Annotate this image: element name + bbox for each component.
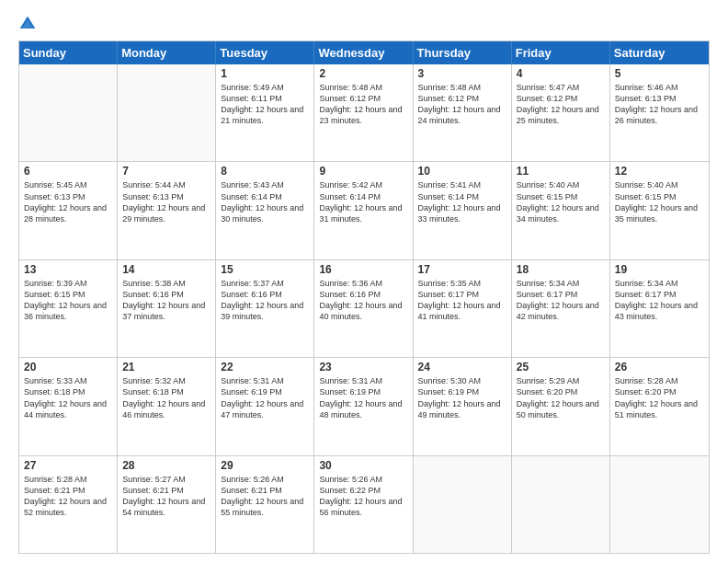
calendar-cell: 1Sunrise: 5:49 AM Sunset: 6:11 PM Daylig… (216, 64, 314, 161)
calendar-cell: 12Sunrise: 5:40 AM Sunset: 6:15 PM Dayli… (610, 162, 709, 259)
calendar-cell (512, 456, 610, 553)
cell-info: Sunrise: 5:40 AM Sunset: 6:15 PM Dayligh… (517, 179, 605, 224)
day-number: 21 (122, 361, 210, 373)
day-number: 29 (221, 459, 309, 472)
header-day-saturday: Saturday (610, 41, 709, 64)
cell-info: Sunrise: 5:49 AM Sunset: 6:11 PM Dayligh… (221, 82, 309, 127)
cell-info: Sunrise: 5:42 AM Sunset: 6:14 PM Dayligh… (319, 179, 407, 224)
logo-icon (18, 15, 37, 33)
calendar-cell: 17Sunrise: 5:35 AM Sunset: 6:17 PM Dayli… (414, 260, 512, 357)
calendar-row-1: 6Sunrise: 5:45 AM Sunset: 6:13 PM Daylig… (19, 161, 709, 259)
calendar-cell: 29Sunrise: 5:26 AM Sunset: 6:21 PM Dayli… (216, 456, 314, 553)
calendar-cell (414, 456, 512, 553)
calendar-cell: 3Sunrise: 5:48 AM Sunset: 6:12 PM Daylig… (414, 64, 512, 161)
cell-info: Sunrise: 5:40 AM Sunset: 6:15 PM Dayligh… (615, 179, 704, 224)
header-day-friday: Friday (512, 41, 610, 64)
cell-info: Sunrise: 5:48 AM Sunset: 6:12 PM Dayligh… (319, 82, 407, 127)
cell-info: Sunrise: 5:26 AM Sunset: 6:21 PM Dayligh… (221, 474, 309, 519)
cell-info: Sunrise: 5:47 AM Sunset: 6:12 PM Dayligh… (517, 82, 605, 127)
calendar-cell: 2Sunrise: 5:48 AM Sunset: 6:12 PM Daylig… (314, 64, 413, 161)
calendar-cell: 15Sunrise: 5:37 AM Sunset: 6:16 PM Dayli… (216, 260, 314, 357)
calendar-cell: 4Sunrise: 5:47 AM Sunset: 6:12 PM Daylig… (512, 64, 610, 161)
day-number: 2 (319, 67, 407, 80)
calendar-cell: 14Sunrise: 5:38 AM Sunset: 6:16 PM Dayli… (118, 260, 216, 357)
day-number: 15 (221, 263, 309, 276)
header-day-tuesday: Tuesday (216, 41, 314, 64)
calendar-cell: 7Sunrise: 5:44 AM Sunset: 6:13 PM Daylig… (118, 162, 216, 259)
cell-info: Sunrise: 5:28 AM Sunset: 6:21 PM Dayligh… (24, 474, 112, 519)
calendar-cell: 13Sunrise: 5:39 AM Sunset: 6:15 PM Dayli… (19, 260, 118, 357)
header (18, 15, 710, 33)
day-number: 13 (24, 263, 112, 276)
day-number: 22 (221, 361, 309, 373)
day-number: 6 (24, 165, 112, 178)
cell-info: Sunrise: 5:37 AM Sunset: 6:16 PM Dayligh… (221, 278, 309, 323)
cell-info: Sunrise: 5:45 AM Sunset: 6:13 PM Dayligh… (24, 179, 112, 224)
calendar-cell: 23Sunrise: 5:31 AM Sunset: 6:19 PM Dayli… (314, 358, 413, 454)
day-number: 8 (221, 165, 309, 178)
calendar-row-3: 20Sunrise: 5:33 AM Sunset: 6:18 PM Dayli… (19, 357, 709, 454)
cell-info: Sunrise: 5:31 AM Sunset: 6:19 PM Dayligh… (319, 375, 407, 420)
day-number: 14 (122, 263, 210, 276)
day-number: 5 (615, 67, 704, 80)
calendar-row-2: 13Sunrise: 5:39 AM Sunset: 6:15 PM Dayli… (19, 259, 709, 357)
day-number: 3 (418, 67, 506, 80)
calendar-cell: 27Sunrise: 5:28 AM Sunset: 6:21 PM Dayli… (19, 456, 118, 553)
day-number: 19 (615, 263, 704, 276)
day-number: 24 (418, 361, 506, 373)
calendar-cell: 8Sunrise: 5:43 AM Sunset: 6:14 PM Daylig… (216, 162, 314, 259)
cell-info: Sunrise: 5:44 AM Sunset: 6:13 PM Dayligh… (122, 179, 210, 224)
calendar-header: SundayMondayTuesdayWednesdayThursdayFrid… (19, 41, 709, 64)
day-number: 23 (319, 361, 407, 373)
cell-info: Sunrise: 5:26 AM Sunset: 6:22 PM Dayligh… (319, 474, 407, 519)
header-day-monday: Monday (118, 41, 216, 64)
calendar-cell: 25Sunrise: 5:29 AM Sunset: 6:20 PM Dayli… (512, 358, 610, 454)
page: SundayMondayTuesdayWednesdayThursdayFrid… (0, 0, 728, 563)
header-day-thursday: Thursday (414, 41, 512, 64)
cell-info: Sunrise: 5:32 AM Sunset: 6:18 PM Dayligh… (122, 375, 210, 420)
calendar: SundayMondayTuesdayWednesdayThursdayFrid… (18, 40, 710, 554)
calendar-cell (118, 64, 216, 161)
day-number: 7 (122, 165, 210, 178)
calendar-cell: 20Sunrise: 5:33 AM Sunset: 6:18 PM Dayli… (19, 358, 118, 454)
cell-info: Sunrise: 5:34 AM Sunset: 6:17 PM Dayligh… (615, 278, 704, 323)
calendar-cell: 22Sunrise: 5:31 AM Sunset: 6:19 PM Dayli… (216, 358, 314, 454)
day-number: 16 (319, 263, 407, 276)
cell-info: Sunrise: 5:39 AM Sunset: 6:15 PM Dayligh… (24, 278, 112, 323)
day-number: 17 (418, 263, 506, 276)
cell-info: Sunrise: 5:29 AM Sunset: 6:20 PM Dayligh… (517, 375, 605, 420)
cell-info: Sunrise: 5:41 AM Sunset: 6:14 PM Dayligh… (418, 179, 506, 224)
day-number: 4 (517, 67, 605, 80)
cell-info: Sunrise: 5:35 AM Sunset: 6:17 PM Dayligh… (418, 278, 506, 323)
day-number: 12 (615, 165, 704, 178)
calendar-cell (610, 456, 709, 553)
cell-info: Sunrise: 5:43 AM Sunset: 6:14 PM Dayligh… (221, 179, 309, 224)
calendar-cell: 19Sunrise: 5:34 AM Sunset: 6:17 PM Dayli… (610, 260, 709, 357)
calendar-cell: 24Sunrise: 5:30 AM Sunset: 6:19 PM Dayli… (414, 358, 512, 454)
day-number: 27 (24, 459, 112, 472)
cell-info: Sunrise: 5:46 AM Sunset: 6:13 PM Dayligh… (615, 82, 704, 127)
day-number: 25 (517, 361, 605, 373)
day-number: 28 (122, 459, 210, 472)
calendar-cell: 10Sunrise: 5:41 AM Sunset: 6:14 PM Dayli… (414, 162, 512, 259)
cell-info: Sunrise: 5:27 AM Sunset: 6:21 PM Dayligh… (122, 474, 210, 519)
cell-info: Sunrise: 5:30 AM Sunset: 6:19 PM Dayligh… (418, 375, 506, 420)
cell-info: Sunrise: 5:38 AM Sunset: 6:16 PM Dayligh… (122, 278, 210, 323)
cell-info: Sunrise: 5:34 AM Sunset: 6:17 PM Dayligh… (517, 278, 605, 323)
calendar-cell: 28Sunrise: 5:27 AM Sunset: 6:21 PM Dayli… (118, 456, 216, 553)
day-number: 9 (319, 165, 407, 178)
header-day-sunday: Sunday (19, 41, 118, 64)
cell-info: Sunrise: 5:36 AM Sunset: 6:16 PM Dayligh… (319, 278, 407, 323)
calendar-cell: 16Sunrise: 5:36 AM Sunset: 6:16 PM Dayli… (314, 260, 413, 357)
header-day-wednesday: Wednesday (314, 41, 413, 64)
calendar-cell: 30Sunrise: 5:26 AM Sunset: 6:22 PM Dayli… (314, 456, 413, 553)
calendar-cell: 9Sunrise: 5:42 AM Sunset: 6:14 PM Daylig… (314, 162, 413, 259)
calendar-cell: 26Sunrise: 5:28 AM Sunset: 6:20 PM Dayli… (610, 358, 709, 454)
calendar-cell: 18Sunrise: 5:34 AM Sunset: 6:17 PM Dayli… (512, 260, 610, 357)
calendar-body: 1Sunrise: 5:49 AM Sunset: 6:11 PM Daylig… (19, 64, 709, 553)
calendar-cell: 6Sunrise: 5:45 AM Sunset: 6:13 PM Daylig… (19, 162, 118, 259)
day-number: 30 (319, 459, 407, 472)
calendar-row-4: 27Sunrise: 5:28 AM Sunset: 6:21 PM Dayli… (19, 455, 709, 553)
calendar-cell: 11Sunrise: 5:40 AM Sunset: 6:15 PM Dayli… (512, 162, 610, 259)
cell-info: Sunrise: 5:48 AM Sunset: 6:12 PM Dayligh… (418, 82, 506, 127)
